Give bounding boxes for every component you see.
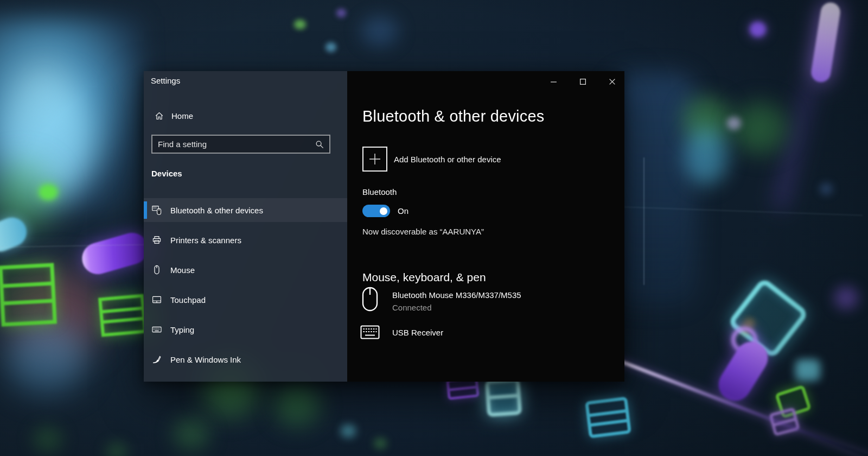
toggle-knob [380,207,387,215]
devices-icon [152,205,162,215]
sidebar-section-title: Devices [151,169,182,178]
sidebar-item-bluetooth-other-devices[interactable]: Bluetooth & other devices [144,198,347,222]
sidebar-item-typing[interactable]: Typing [144,318,347,341]
sidebar-item-label: Typing [170,325,194,334]
minimize-button[interactable] [541,71,566,92]
selected-accent-bar [144,201,147,219]
sidebar-item-label: Pen & Windows Ink [170,355,241,364]
touchpad-icon [152,295,162,305]
discoverable-status-text: Now discoverable as “AARUNYA” [362,227,611,236]
search-input[interactable] [152,140,315,149]
bluetooth-toggle[interactable] [362,205,390,217]
minimize-icon [550,78,557,85]
add-device-label: Add Bluetooth or other device [394,155,501,164]
keyboard-icon [152,325,162,334]
toggle-state-label: On [398,206,409,216]
home-icon [155,111,164,121]
settings-main-panel: Bluetooth & other devices Add Bluetooth … [347,71,624,382]
device-info: Bluetooth Mouse M336/M337/M535 Connected [392,290,521,313]
keyboard-icon [358,325,382,339]
printer-icon [152,235,162,245]
bluetooth-label: Bluetooth [362,187,611,197]
device-name: USB Receiver [392,327,443,338]
search-icon[interactable] [315,140,324,149]
sidebar-item-label: Mouse [170,265,195,275]
mouse-icon [358,287,382,313]
device-row-bluetooth-mouse[interactable]: Bluetooth Mouse M336/M337/M535 Connected [358,287,611,313]
close-icon [609,78,616,85]
sidebar-item-label: Bluetooth & other devices [170,206,263,215]
device-row-usb-receiver[interactable]: USB Receiver [358,325,611,339]
sidebar-item-pen-windows-ink[interactable]: Pen & Windows Ink [144,347,347,371]
sidebar-item-label: Home [171,111,193,121]
mouse-icon [152,265,162,275]
maximize-button[interactable] [570,71,595,92]
settings-window: Settings Home Devices [144,71,624,382]
sidebar-item-label: Printers & scanners [170,236,241,245]
sidebar-item-mouse[interactable]: Mouse [144,258,347,282]
page-content: Bluetooth & other devices Add Bluetooth … [347,107,624,339]
devices-section-title: Mouse, keyboard, & pen [362,271,611,284]
pen-icon [152,354,162,364]
sidebar-item-home[interactable]: Home [144,108,347,123]
window-titlebar [347,71,624,93]
settings-sidebar: Settings Home Devices [144,71,347,382]
sidebar-item-touchpad[interactable]: Touchpad [144,288,347,312]
sidebar-nav: Bluetooth & other devices Printers & sca… [144,198,347,377]
maximize-icon [579,78,586,85]
window-title: Settings [151,76,180,85]
plus-icon [362,147,387,172]
search-box [151,135,330,154]
add-bluetooth-device-button[interactable]: Add Bluetooth or other device [362,147,611,172]
device-status: Connected [392,302,521,313]
page-title: Bluetooth & other devices [362,107,611,125]
sidebar-item-printers-scanners[interactable]: Printers & scanners [144,228,347,252]
device-name: Bluetooth Mouse M336/M337/M535 [392,290,521,301]
device-info: USB Receiver [392,327,443,339]
sidebar-item-label: Touchpad [170,295,206,305]
bluetooth-toggle-row: On [362,205,611,217]
close-button[interactable] [599,71,624,92]
